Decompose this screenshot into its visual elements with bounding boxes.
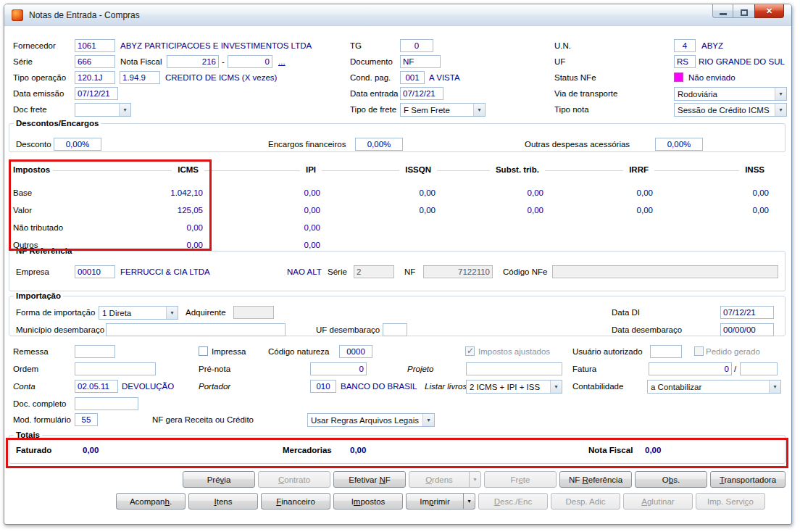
uf-desembaraco-input[interactable]	[383, 323, 407, 336]
pre-nota-input[interactable]	[310, 362, 367, 375]
fatura-parcela-input[interactable]	[740, 362, 778, 375]
tipo-nota-select[interactable]: Sessão de Crédito ICMS ▾	[674, 103, 787, 117]
ordens-button[interactable]: Ordens	[409, 471, 470, 488]
doc-frete-select[interactable]: ▾	[75, 103, 131, 117]
serie-input[interactable]	[75, 55, 115, 68]
tipo-nota-label: Tipo nota	[554, 103, 589, 116]
minimize-button[interactable]	[712, 4, 733, 18]
close-button[interactable]: ✕	[754, 4, 784, 18]
ordem-label: Ordem	[13, 362, 38, 375]
ordens-dropdown-button[interactable]: ▾	[469, 471, 481, 488]
financeiro-button[interactable]: Financeiro	[261, 493, 330, 510]
via-transporte-select[interactable]: Rodoviária ▾	[674, 87, 787, 101]
codigo-natureza-input[interactable]	[339, 345, 372, 358]
imp-servico-button[interactable]: Imp. Serviço	[696, 493, 765, 510]
ordem-input[interactable]	[75, 362, 156, 375]
frete-button[interactable]: Frete	[484, 471, 557, 488]
codigo-nfe-label: Código NFe	[503, 265, 547, 278]
itens-button[interactable]: Itens	[188, 493, 258, 510]
tg-input[interactable]	[400, 39, 433, 52]
fatura-input[interactable]	[649, 362, 732, 375]
button-row-1: Prévia Contrato Efetivar NF Ordens ▾ Fre…	[183, 471, 786, 488]
nf-ref-nf-input[interactable]	[423, 265, 493, 278]
encargos-label: Encargos financeiros	[268, 138, 346, 151]
conta-input[interactable]	[75, 380, 118, 393]
portador-descr-text: BANCO DO BRASIL	[341, 380, 417, 393]
documento-label: Documento	[350, 55, 393, 68]
chevron-down-icon: ▾	[775, 104, 786, 116]
imprimir-dropdown-button[interactable]: ▾	[463, 493, 475, 510]
contabilidade-select[interactable]: a Contabilizar ▾	[647, 380, 781, 394]
mod-formulario-input[interactable]	[75, 413, 98, 426]
titlebar[interactable]: Notas de Entrada - Compras ✕	[4, 4, 791, 26]
municipio-desembaraco-input[interactable]	[106, 323, 286, 336]
nota-fiscal-browse-link[interactable]: ...	[278, 55, 286, 68]
data-desembaraco-input[interactable]	[720, 323, 774, 336]
codigo-nfe-input[interactable]	[552, 265, 778, 278]
cell-value: 1.042,10	[116, 186, 204, 200]
previa-button[interactable]: Prévia	[183, 471, 255, 488]
data-di-input[interactable]	[720, 306, 774, 319]
row-label: Valor	[7, 203, 116, 217]
forma-importacao-label: Forma de importação	[16, 306, 95, 319]
listar-livros-select[interactable]: 2 ICMS + IPI + ISS ▾	[466, 380, 562, 394]
cell-value: 0,00	[116, 220, 204, 235]
listar-livros-label: Listar livros	[425, 380, 467, 393]
impostos-button[interactable]: Impostos	[333, 493, 403, 510]
remessa-input[interactable]	[75, 345, 115, 358]
documento-input[interactable]	[400, 55, 441, 68]
tipo-operacao-label: Tipo operação	[13, 71, 66, 84]
nf-referencia-button[interactable]: NF Referência	[559, 471, 632, 488]
nota-fiscal-numero-input[interactable]	[167, 55, 219, 68]
maximize-button[interactable]	[733, 4, 754, 18]
aglutinar-button[interactable]: Aglutinar	[623, 493, 693, 510]
nf-gera-select[interactable]: Usar Regras Arquivos Legais ▾	[307, 413, 435, 427]
uf-code-input[interactable]	[674, 55, 696, 68]
window-title: Notas de Entrada - Compras	[29, 10, 140, 20]
mod-formulario-label: Mod. formulário	[13, 413, 71, 426]
chevron-down-icon: ▾	[550, 381, 562, 393]
usuario-autorizado-label: Usuário autorizado	[572, 345, 643, 358]
outras-despesas-input[interactable]	[655, 138, 703, 151]
un-code-input[interactable]	[674, 39, 696, 52]
contrato-button[interactable]: Contrato	[258, 471, 330, 488]
nf-ref-serie-label: Série	[328, 265, 347, 278]
row-label: Base	[7, 186, 116, 200]
fornecedor-code-input[interactable]	[75, 39, 115, 52]
doc-completo-input[interactable]	[75, 397, 138, 410]
impressa-checkbox[interactable]	[199, 346, 208, 356]
nota-fiscal-sufixo-input[interactable]	[228, 55, 272, 68]
mercadorias-value: 0,00	[350, 444, 366, 457]
data-emissao-input[interactable]	[75, 87, 118, 100]
empresa-code-input[interactable]	[75, 265, 115, 278]
impressa-label: Impressa	[212, 345, 246, 358]
forma-importacao-select[interactable]: 1 Direta ▾	[99, 306, 178, 320]
imprimir-button[interactable]: Imprimir	[406, 493, 464, 510]
obs-button[interactable]: Obs.	[635, 471, 707, 488]
cond-pag-descr-text: A VISTA	[429, 71, 460, 84]
portador-input[interactable]	[310, 380, 336, 393]
data-di-label: Data DI	[612, 306, 640, 319]
nf-ref-serie-input[interactable]	[354, 265, 394, 278]
transportadora-button[interactable]: Transportadora	[710, 471, 786, 488]
tipo-operacao-code-input[interactable]	[75, 71, 115, 84]
maximize-icon	[741, 9, 748, 16]
efetivar-nf-button[interactable]: Efetivar NF	[333, 471, 406, 488]
usuario-autorizado-input[interactable]	[650, 345, 682, 358]
chevron-down-icon: ▾	[422, 414, 434, 426]
tipo-operacao-cfop-input[interactable]	[120, 71, 160, 84]
desp-adic-button[interactable]: Desp. Adic	[551, 493, 620, 510]
desconto-input[interactable]	[54, 138, 101, 151]
projeto-input[interactable]	[466, 362, 562, 375]
data-entrada-input[interactable]	[400, 87, 443, 100]
encargos-input[interactable]	[355, 138, 403, 151]
pedido-gerado-checkbox[interactable]	[694, 346, 704, 356]
desc-enc-button[interactable]: Desc./Enc	[478, 493, 548, 510]
cell-value: 0,00	[204, 203, 322, 217]
tipo-frete-select[interactable]: F Sem Frete ▾	[400, 103, 486, 117]
dialog-window: Notas de Entrada - Compras ✕ Fornecedor …	[4, 4, 792, 525]
adquirente-input[interactable]	[233, 306, 274, 319]
acompanh-button[interactable]: Acompanh.	[116, 493, 186, 510]
cond-pag-input[interactable]	[400, 71, 425, 84]
impostos-ajustados-checkbox[interactable]	[465, 346, 475, 356]
